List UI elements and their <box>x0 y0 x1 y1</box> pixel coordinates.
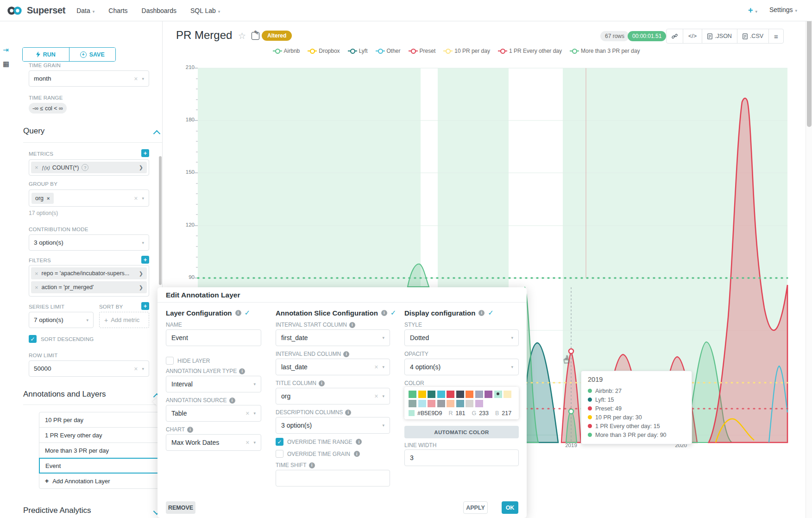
series-limit-select[interactable]: 7 option(s) ▾ <box>29 312 94 328</box>
export-json-button[interactable]: .JSON <box>702 29 737 43</box>
nav-sqllab[interactable]: SQL Lab▾ <box>190 7 220 14</box>
legend-item[interactable]: Lyft <box>348 48 368 54</box>
clear-icon[interactable]: × <box>374 392 378 400</box>
nav-data[interactable]: Data▾ <box>76 7 94 14</box>
info-icon[interactable]: i <box>239 368 245 374</box>
info-icon[interactable]: i <box>235 310 241 316</box>
collapse-section-icon[interactable] <box>153 130 161 138</box>
time-grain-select[interactable]: month × ▾ <box>29 70 149 87</box>
sort-descending-row[interactable]: ✓ SORT DESCENDING <box>29 335 94 343</box>
color-swatch[interactable] <box>456 391 464 398</box>
info-icon[interactable]: i <box>187 427 193 433</box>
superset-logo[interactable]: Superset <box>6 5 65 16</box>
color-swatch[interactable] <box>409 391 416 398</box>
color-swatch[interactable] <box>437 391 445 398</box>
override-time-range-row[interactable]: ✓ OVERRIDE TIME RANGEi <box>276 438 362 446</box>
color-swatch[interactable] <box>447 391 454 398</box>
chevron-right-icon[interactable]: ❯ <box>139 271 143 277</box>
r-value[interactable]: 181 <box>456 410 466 417</box>
question-circle-icon[interactable]: ? <box>82 164 88 171</box>
interval-end-select[interactable]: last_date×▾ <box>276 359 390 375</box>
clear-icon[interactable]: × <box>245 439 249 446</box>
window-scrollbar-thumb[interactable] <box>807 3 812 127</box>
checkbox-checked-icon[interactable]: ✓ <box>29 335 37 343</box>
g-value[interactable]: 233 <box>479 410 489 417</box>
color-swatch[interactable] <box>456 400 464 407</box>
info-icon[interactable]: i <box>343 351 349 357</box>
sort-by-add-metric[interactable]: + Add metric <box>99 312 149 328</box>
info-icon[interactable]: i <box>354 451 360 457</box>
info-icon[interactable]: i <box>309 462 315 468</box>
name-input[interactable]: Event <box>166 329 261 346</box>
remove-icon[interactable]: × <box>35 164 38 171</box>
description-columns-select[interactable]: 3 option(s)▾ <box>276 417 390 434</box>
info-icon[interactable]: i <box>319 380 325 386</box>
color-swatch[interactable] <box>428 391 435 398</box>
legend-item[interactable]: Preset <box>409 48 436 54</box>
save-button[interactable]: + SAVE <box>69 48 116 61</box>
collapse-datasource-icon[interactable]: ⇥ <box>3 46 9 54</box>
annotation-layer-item[interactable]: More than 3 PR per day <box>39 442 163 458</box>
color-swatch[interactable] <box>475 400 483 407</box>
window-scrollbar-track[interactable] <box>806 0 812 518</box>
ok-button[interactable]: OK <box>502 501 518 514</box>
legend-item[interactable]: More than 3 PR per day <box>570 48 640 54</box>
chart-select[interactable]: Max Work Dates×▾ <box>166 434 261 451</box>
favorite-star-icon[interactable]: ☆ <box>238 31 246 41</box>
color-swatch[interactable] <box>466 391 473 398</box>
clear-icon[interactable]: × <box>134 195 138 202</box>
clear-icon[interactable]: × <box>134 75 138 82</box>
time-shift-input[interactable] <box>276 470 390 486</box>
hex-value[interactable]: #B5E9D9 <box>417 410 442 417</box>
edit-title-icon[interactable]: ✎ <box>252 32 259 40</box>
info-icon[interactable]: i <box>478 310 485 316</box>
legend-item[interactable]: 1 PR Every other day <box>498 48 562 54</box>
color-swatch[interactable] <box>447 400 454 407</box>
filter-pill[interactable]: × repo = 'apache/incubator-supers... ❯ <box>31 267 147 279</box>
color-swatch[interactable] <box>485 391 492 398</box>
info-icon[interactable]: i <box>349 322 355 328</box>
interval-start-select[interactable]: first_date▾ <box>276 329 390 346</box>
share-link-button[interactable] <box>667 29 683 43</box>
annotation-layer-item[interactable]: 10 PR per day <box>39 412 163 428</box>
nav-dashboards[interactable]: Dashboards <box>142 7 177 14</box>
panel-scrollbar[interactable] <box>159 156 162 285</box>
add-annotation-layer-button[interactable]: + Add Annotation Layer <box>39 473 163 489</box>
group-by-tag[interactable]: org× <box>31 193 54 204</box>
remove-icon[interactable]: × <box>47 196 50 201</box>
color-swatch[interactable] <box>466 400 473 407</box>
info-icon[interactable]: i <box>345 410 351 416</box>
line-width-input[interactable]: 3 <box>404 449 519 466</box>
info-icon[interactable]: i <box>381 310 387 316</box>
embed-code-button[interactable]: </> <box>683 29 702 43</box>
remove-icon[interactable]: × <box>35 270 38 277</box>
b-value[interactable]: 217 <box>502 410 511 417</box>
color-swatch[interactable] <box>437 400 445 407</box>
remove-icon[interactable]: × <box>35 284 38 291</box>
row-limit-select[interactable]: 50000 × ▾ <box>29 360 149 377</box>
style-select[interactable]: Dotted▾ <box>404 329 519 346</box>
export-csv-button[interactable]: .CSV <box>737 29 769 43</box>
annotation-layer-item[interactable]: 1 PR Every other day <box>39 427 163 443</box>
checkbox-empty-icon[interactable] <box>166 357 174 365</box>
annotation-layer-type-select[interactable]: Interval▾ <box>166 376 261 392</box>
chart-menu-button[interactable]: ≡ <box>769 29 783 43</box>
remove-button[interactable]: REMOVE <box>166 501 195 514</box>
color-swatch[interactable] <box>428 400 435 407</box>
hide-layer-row[interactable]: HIDE LAYER <box>166 357 210 365</box>
annotation-source-select[interactable]: Table×▾ <box>166 405 261 422</box>
clear-icon[interactable]: × <box>245 410 249 417</box>
add-sort-metric-button[interactable]: + <box>141 302 149 310</box>
clear-icon[interactable]: × <box>134 365 138 373</box>
contribution-mode-select[interactable]: 3 option(s) ▾ <box>29 234 149 251</box>
opacity-select[interactable]: 4 option(s)▾ <box>404 359 519 375</box>
color-swatch[interactable] <box>418 400 426 407</box>
title-column-select[interactable]: org×▾ <box>276 388 390 404</box>
info-icon[interactable]: i <box>356 439 362 445</box>
color-swatch[interactable] <box>418 391 426 398</box>
run-button[interactable]: RUN <box>23 48 69 61</box>
legend-item[interactable]: Dropbox <box>308 48 340 54</box>
checkbox-empty-icon[interactable] <box>276 450 283 458</box>
checkbox-checked-icon[interactable]: ✓ <box>276 438 283 446</box>
metric-pill[interactable]: × ƒ(x) COUNT(*) ? ❯ <box>31 162 147 173</box>
